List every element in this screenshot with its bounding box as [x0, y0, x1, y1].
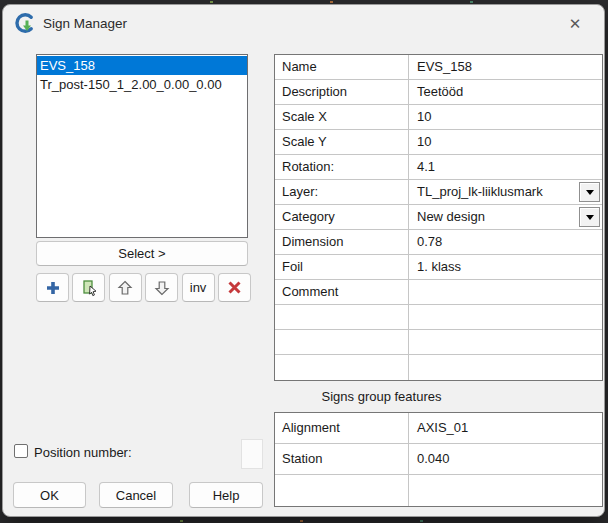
property-label: Description: [275, 80, 409, 104]
station-value[interactable]: 0.040: [409, 444, 602, 474]
rotation-value[interactable]: 4.1: [409, 155, 602, 179]
property-label: Scale Y: [275, 130, 409, 154]
property-row: Scale Y 10: [275, 130, 602, 155]
group-row: Alignment AXIS_01: [275, 413, 602, 444]
group-row: Station 0.040: [275, 444, 602, 475]
delete-x-icon: [227, 280, 242, 295]
property-row: Scale X 10: [275, 105, 602, 130]
position-number-label: Position number:: [34, 445, 132, 460]
position-number-checkbox[interactable]: [14, 444, 28, 458]
property-label: Comment: [275, 280, 409, 304]
close-button[interactable]: ✕: [552, 5, 598, 43]
signs-group-features-label: Signs group features: [322, 389, 442, 404]
dimension-value[interactable]: 0.78: [409, 230, 602, 254]
property-row: Foil 1. klass: [275, 255, 602, 280]
category-value[interactable]: New design: [409, 205, 602, 229]
scale-x-value[interactable]: 10: [409, 105, 602, 129]
property-row-empty: [275, 305, 602, 330]
delete-sign-button[interactable]: [218, 273, 251, 302]
group-label-cell: Alignment: [275, 413, 409, 443]
background-artifact: [300, 520, 303, 522]
property-label: Category: [275, 205, 409, 229]
close-icon: ✕: [569, 15, 582, 33]
property-value[interactable]: [409, 355, 602, 380]
alignment-value[interactable]: AXIS_01: [409, 413, 602, 443]
pick-sign-button[interactable]: [72, 273, 105, 302]
plus-icon: [45, 280, 61, 296]
property-row: Layer: TL_proj_lk-liiklusmark: [275, 180, 602, 205]
list-item[interactable]: Tr_post-150_1_2.00_0.00_0.00: [37, 75, 247, 94]
property-label: [275, 330, 409, 354]
category-value-text: New design: [417, 209, 485, 224]
titlebar[interactable]: Sign Manager ✕: [3, 5, 604, 49]
invert-selection-label: inv: [190, 280, 207, 295]
property-value[interactable]: [409, 305, 602, 329]
help-button[interactable]: Help: [189, 482, 263, 508]
sign-manager-dialog: Sign Manager ✕ EVS_158 Tr_post-150_1_2.0…: [2, 4, 605, 517]
property-label: Rotation:: [275, 155, 409, 179]
signs-group-grid: Alignment AXIS_01 Station 0.040: [274, 412, 603, 507]
property-label: [275, 355, 409, 380]
property-row-empty: [275, 330, 602, 355]
position-number-field[interactable]: [241, 439, 263, 469]
background-artifact: [420, 520, 423, 522]
comment-value[interactable]: [409, 280, 602, 304]
background-artifact: [210, 1, 213, 3]
foil-value[interactable]: 1. klass: [409, 255, 602, 279]
arrow-down-icon: [154, 280, 170, 296]
description-value[interactable]: Teetööd: [409, 80, 602, 104]
layer-dropdown-button[interactable]: [579, 182, 600, 202]
property-row: Category New design: [275, 205, 602, 230]
layer-value-text: TL_proj_lk-liiklusmark: [417, 184, 543, 199]
property-value[interactable]: [409, 330, 602, 354]
group-value[interactable]: [409, 475, 602, 506]
background-artifact: [470, 1, 473, 3]
signs-group-features-heading: Signs group features: [274, 381, 603, 412]
property-row: Rotation: 4.1: [275, 155, 602, 180]
sign-toolbar: inv: [36, 273, 251, 302]
property-label: Name: [275, 55, 409, 79]
background-artifact: [330, 1, 333, 3]
sign-listbox[interactable]: EVS_158 Tr_post-150_1_2.00_0.00_0.00: [36, 54, 248, 238]
select-button[interactable]: Select >: [36, 241, 248, 266]
property-row-empty: [275, 355, 602, 380]
property-label: Scale X: [275, 105, 409, 129]
invert-selection-button[interactable]: inv: [182, 273, 215, 302]
name-value[interactable]: EVS_158: [409, 55, 602, 79]
group-label-cell: [275, 475, 409, 506]
chevron-down-icon: [586, 190, 594, 195]
property-label: [275, 305, 409, 329]
scale-y-value[interactable]: 10: [409, 130, 602, 154]
cancel-button[interactable]: Cancel: [99, 482, 173, 508]
category-dropdown-button[interactable]: [579, 207, 600, 227]
property-row: Name EVS_158: [275, 55, 602, 80]
group-row-empty: [275, 475, 602, 506]
property-label: Layer:: [275, 180, 409, 204]
app-logo-icon: [12, 11, 36, 35]
property-row: Comment: [275, 280, 602, 305]
list-item[interactable]: EVS_158: [37, 56, 247, 75]
ok-button[interactable]: OK: [13, 482, 86, 508]
property-label: Foil: [275, 255, 409, 279]
move-up-button[interactable]: [109, 273, 142, 302]
chevron-down-icon: [586, 215, 594, 220]
group-label-cell: Station: [275, 444, 409, 474]
add-sign-button[interactable]: [36, 273, 69, 302]
property-label: Dimension: [275, 230, 409, 254]
property-row: Description Teetööd: [275, 80, 602, 105]
window-title: Sign Manager: [43, 16, 127, 31]
pick-cursor-icon: [80, 279, 98, 297]
background-artifact: [180, 520, 183, 522]
sign-properties-grid: Name EVS_158 Description Teetööd Scale X…: [274, 54, 603, 381]
move-down-button[interactable]: [145, 273, 178, 302]
arrow-up-icon: [117, 280, 133, 296]
layer-value[interactable]: TL_proj_lk-liiklusmark: [409, 180, 602, 204]
property-row: Dimension 0.78: [275, 230, 602, 255]
